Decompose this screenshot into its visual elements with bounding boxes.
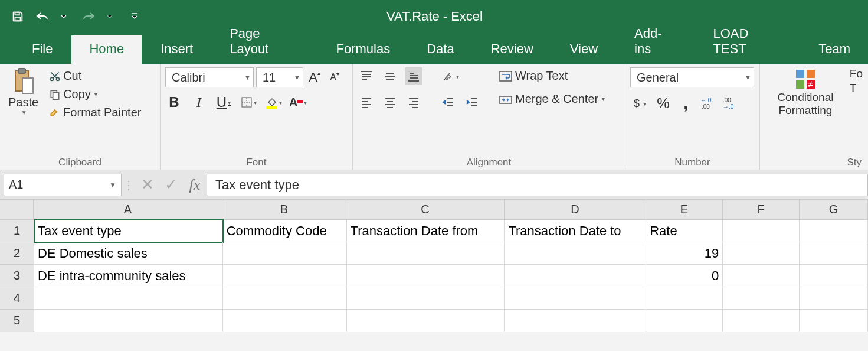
cell-C5[interactable]: [347, 310, 505, 332]
cell-F3[interactable]: [723, 265, 800, 287]
cell-G2[interactable]: [800, 242, 868, 265]
cell-D2[interactable]: [505, 242, 646, 265]
increase-indent-icon[interactable]: [463, 93, 480, 111]
cell-E1[interactable]: Rate: [646, 220, 723, 242]
conditional-formatting-button[interactable]: ≠ Conditional Formatting: [765, 67, 846, 119]
increase-font-icon[interactable]: A▴: [306, 69, 323, 86]
tab-formulas[interactable]: Formulas: [318, 35, 408, 64]
borders-button[interactable]: ▾: [240, 93, 257, 111]
cell-D1[interactable]: Transaction Date to: [505, 220, 646, 242]
cell-E2[interactable]: 19: [646, 242, 723, 265]
cell-E3[interactable]: 0: [646, 265, 723, 287]
underline-button[interactable]: U▾: [215, 93, 232, 111]
cell-C4[interactable]: [347, 287, 505, 310]
number-format-combo[interactable]: General▼: [630, 67, 754, 87]
tab-load-test[interactable]: LOAD TEST: [696, 20, 800, 64]
cell-D3[interactable]: [505, 265, 646, 287]
merge-center-button[interactable]: Merge & Center ▾: [495, 90, 608, 108]
redo-icon[interactable]: [81, 9, 96, 24]
cell-G3[interactable]: [800, 265, 868, 287]
cell-A1[interactable]: Tax event type: [34, 220, 223, 242]
italic-button[interactable]: I: [190, 93, 208, 111]
tab-team[interactable]: Team: [801, 35, 868, 64]
format-painter-button[interactable]: Format Painter: [45, 104, 145, 121]
row-header-2[interactable]: 2: [0, 242, 34, 265]
tab-add-ins[interactable]: Add-ins: [617, 20, 694, 64]
cell-A4[interactable]: [34, 287, 223, 310]
orientation-icon[interactable]: ab▾: [441, 67, 459, 85]
tab-home[interactable]: Home: [71, 35, 142, 64]
cell-B1[interactable]: Commodity Code: [223, 220, 347, 242]
cell-B4[interactable]: [223, 287, 347, 310]
select-all-corner[interactable]: [0, 200, 34, 220]
column-header-A[interactable]: A: [34, 200, 222, 220]
undo-icon[interactable]: [35, 9, 50, 24]
tab-file[interactable]: File: [14, 35, 70, 64]
cell-A2[interactable]: DE Domestic sales: [34, 242, 223, 265]
cell-A3[interactable]: DE intra-community sales: [34, 265, 223, 287]
cell-F1[interactable]: [723, 220, 800, 242]
cut-button[interactable]: Cut: [45, 67, 145, 84]
row-header-4[interactable]: 4: [0, 287, 34, 310]
row-header-5[interactable]: 5: [0, 310, 34, 332]
column-header-E[interactable]: E: [646, 200, 723, 220]
format-as-table-partial2[interactable]: T: [850, 82, 863, 95]
copy-button[interactable]: Copy ▾: [45, 86, 145, 103]
cell-B3[interactable]: [223, 265, 347, 287]
wrap-text-button[interactable]: Wrap Text: [495, 67, 608, 84]
cell-G5[interactable]: [800, 310, 868, 332]
column-header-B[interactable]: B: [222, 200, 346, 220]
cell-A5[interactable]: [34, 310, 223, 332]
align-bottom-icon[interactable]: [405, 67, 422, 85]
name-box[interactable]: A1▼: [4, 174, 122, 196]
tab-page-layout[interactable]: Page Layout: [212, 20, 317, 64]
accounting-format-button[interactable]: $▾: [630, 96, 650, 112]
row-header-1[interactable]: 1: [0, 220, 34, 242]
cell-E5[interactable]: [646, 310, 723, 332]
bold-button[interactable]: B: [165, 93, 183, 111]
fx-icon[interactable]: fx: [183, 176, 207, 194]
cell-C1[interactable]: Transaction Date from: [347, 220, 505, 242]
redo-dropdown-icon[interactable]: [103, 9, 117, 24]
cell-G4[interactable]: [800, 287, 868, 310]
cell-C3[interactable]: [347, 265, 505, 287]
undo-dropdown-icon[interactable]: [57, 9, 71, 24]
column-header-D[interactable]: D: [505, 200, 646, 220]
cell-E4[interactable]: [646, 287, 723, 310]
font-size-combo[interactable]: 11▼: [256, 67, 303, 87]
paste-button[interactable]: Paste ▼: [5, 67, 42, 118]
column-header-F[interactable]: F: [723, 200, 800, 220]
tab-view[interactable]: View: [552, 35, 615, 64]
comma-format-button[interactable]: ,: [677, 95, 695, 112]
cell-D5[interactable]: [505, 310, 646, 332]
row-header-3[interactable]: 3: [0, 265, 34, 287]
qat-customize-icon[interactable]: [127, 9, 142, 24]
decrease-indent-icon[interactable]: [439, 93, 457, 111]
accept-formula-icon[interactable]: ✓: [159, 176, 183, 194]
column-header-C[interactable]: C: [346, 200, 505, 220]
decrease-decimal-button[interactable]: .00→.0: [722, 95, 739, 112]
cell-D4[interactable]: [505, 287, 646, 310]
save-icon[interactable]: [11, 9, 25, 24]
cell-G1[interactable]: [800, 220, 868, 242]
tab-insert[interactable]: Insert: [143, 35, 211, 64]
cell-B5[interactable]: [223, 310, 347, 332]
font-color-button[interactable]: A▾: [289, 93, 307, 111]
tab-data[interactable]: Data: [409, 35, 471, 64]
cell-F4[interactable]: [723, 287, 800, 310]
align-left-icon[interactable]: [358, 93, 375, 111]
font-name-combo[interactable]: Calibri▼: [165, 67, 254, 87]
align-top-icon[interactable]: [358, 67, 375, 85]
fill-color-button[interactable]: ▾: [264, 93, 282, 111]
decrease-font-icon[interactable]: A▾: [326, 69, 343, 86]
align-right-icon[interactable]: [405, 93, 422, 111]
cell-F5[interactable]: [723, 310, 800, 332]
cell-C2[interactable]: [347, 242, 505, 265]
align-middle-icon[interactable]: [381, 67, 399, 85]
percent-format-button[interactable]: %: [654, 95, 672, 112]
cell-B2[interactable]: [223, 242, 347, 265]
align-center-icon[interactable]: [381, 93, 399, 111]
increase-decimal-button[interactable]: ←.0.00: [699, 95, 717, 112]
tab-review[interactable]: Review: [473, 35, 551, 64]
format-as-table-partial[interactable]: Fo: [850, 67, 863, 80]
